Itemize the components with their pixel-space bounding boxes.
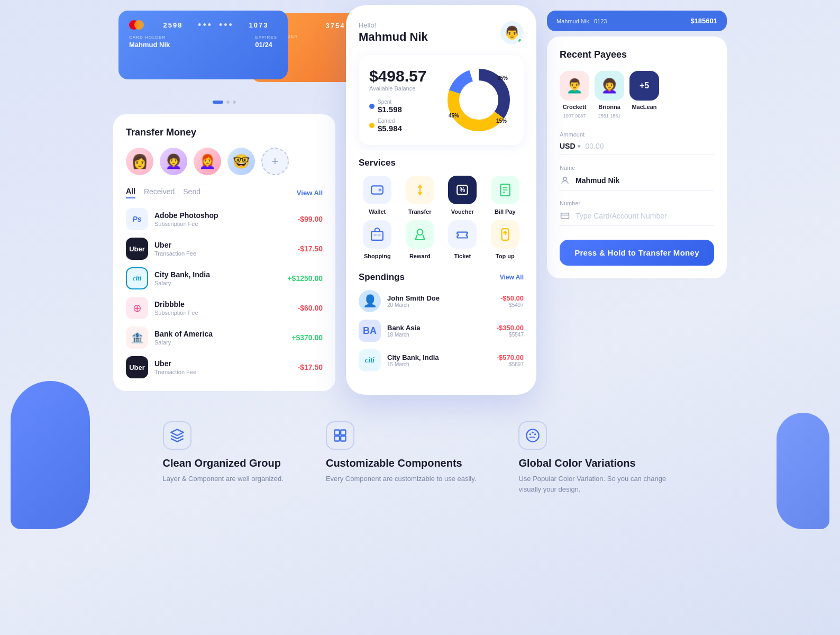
credit-cards-stack: 2598 ••• ••• 1073 CARD HOLDER Mahmud Nik… — [113, 11, 335, 85]
tab-all[interactable]: All — [126, 187, 135, 198]
currency-select[interactable]: USD ▾ — [560, 142, 580, 150]
service-shopping[interactable]: Shopping — [359, 220, 396, 259]
greeting: Hello! — [359, 21, 428, 29]
table-row: 🏦 Bank of America Salary +$370.00 — [126, 326, 323, 349]
service-reward[interactable]: Reward — [401, 220, 439, 259]
spending-secondary: $5497 — [500, 302, 524, 308]
avatar-3[interactable]: 👩‍🦰 — [194, 148, 221, 175]
spending-item-citybank: citi City Bank, India 15 March -$570.00 … — [359, 349, 524, 371]
add-contact-button[interactable]: + — [261, 148, 289, 175]
layers-icon — [170, 428, 185, 443]
spent-value: $1.598 — [378, 105, 402, 114]
table-row: Ps Adobe Photoshop Subscription Fee -$99… — [126, 208, 323, 230]
shopping-icon-box — [363, 220, 391, 249]
chevron-down-icon: ▾ — [578, 143, 580, 149]
voucher-icon: % — [455, 183, 469, 197]
service-wallet[interactable]: Wallet — [359, 176, 396, 215]
snippet-name: Mahmud Nik 0123 — [556, 18, 607, 24]
payee-maclean[interactable]: +5 MacLean — [629, 71, 659, 119]
svg-rect-25 — [334, 436, 339, 441]
spendings-section: Spendings View All 👤 John Smith Doe 20 M… — [359, 272, 524, 371]
left-panel: 2598 ••• ••• 1073 CARD HOLDER Mahmud Nik… — [113, 11, 335, 391]
svg-point-28 — [529, 433, 532, 436]
svg-marker-6 — [417, 192, 422, 196]
right-panel: Mahmud Nik 0123 $185601 Recent Payees 👨‍… — [547, 11, 727, 278]
donut-label-45: 45% — [449, 113, 459, 119]
svg-rect-23 — [334, 430, 339, 435]
spending-info-john: John Smith Doe 20 March — [387, 294, 494, 308]
card-holder-value: Mahmud Nik — [129, 41, 170, 49]
service-topup[interactable]: Top up — [487, 220, 524, 259]
service-billpay[interactable]: Bill Pay — [487, 176, 524, 215]
transfer-icon-box — [406, 176, 434, 204]
cards-row: 2598 ••• ••• 1073 CARD HOLDER Mahmud Nik… — [0, 11, 840, 395]
spendings-view-all[interactable]: View All — [500, 274, 524, 281]
payee-brionna[interactable]: 👩‍🦱 Brionna 2561 1881 — [595, 71, 624, 119]
svg-point-29 — [532, 431, 534, 433]
tab-view-all[interactable]: View All — [297, 189, 323, 197]
avatar-row: 👩 👩‍🦱 👩‍🦰 🤓 + — [126, 148, 323, 175]
svg-point-27 — [527, 429, 539, 441]
spending-amounts-john: -$50.00 $5497 — [500, 294, 524, 308]
palette-icon — [525, 428, 540, 443]
name-field: Name Mahmud Nik — [560, 165, 714, 190]
service-ticket-label: Ticket — [454, 253, 471, 259]
trans-amount: -$17.50 — [298, 363, 323, 371]
billpay-icon-box — [491, 176, 519, 204]
shopping-icon — [370, 228, 384, 241]
trans-amount: -$17.50 — [298, 244, 323, 253]
reward-icon — [413, 228, 427, 241]
feature-desc-color: Use Popular Color Variation. So you can … — [518, 474, 677, 494]
credit-card-blue[interactable]: 2598 ••• ••• 1073 CARD HOLDER Mahmud Nik… — [118, 11, 288, 79]
trans-name: Bank of America — [154, 330, 285, 338]
payee-name-crockett: Crockett — [563, 104, 587, 110]
svg-marker-5 — [417, 184, 422, 188]
tab-send[interactable]: Send — [183, 187, 200, 198]
trans-name: Adobe Photoshop — [154, 211, 291, 220]
trans-info-uber: Uber Transaction Fee — [154, 241, 291, 257]
payees-row: 👨‍🦱 Crockett 1007 9087 👩‍🦱 Brionna 2561 … — [560, 71, 714, 119]
feature-clean: Clean Organized Group Layer & Component … — [163, 421, 284, 494]
trans-info-boa: Bank of America Salary — [154, 330, 285, 346]
number-placeholder: Type Card/Account Number — [576, 212, 714, 220]
service-voucher-label: Voucher — [451, 208, 474, 215]
feature-color: Global Color Variations Use Popular Colo… — [518, 421, 677, 494]
amount-input-row[interactable]: USD ▾ 00.00 — [560, 142, 714, 155]
service-reward-label: Reward — [409, 253, 431, 259]
balance-label: Available Balance — [369, 85, 426, 92]
svg-point-20 — [563, 177, 567, 180]
avatar-2[interactable]: 👩‍🦱 — [160, 148, 187, 175]
transaction-list: Ps Adobe Photoshop Subscription Fee -$99… — [126, 208, 323, 378]
spending-amounts-bankasia: -$350.00 $5547 — [497, 324, 524, 338]
topup-icon-box — [491, 220, 519, 249]
spending-main: -$570.00 — [497, 353, 524, 361]
service-voucher[interactable]: % Voucher — [444, 176, 481, 215]
spending-name: City Bank, India — [387, 353, 490, 361]
service-shopping-label: Shopping — [364, 253, 391, 259]
center-phone: Hello! Mahmud Nik 👨 $498.57 Available Ba… — [346, 5, 536, 395]
service-ticket[interactable]: Ticket — [444, 220, 481, 259]
transfer-button[interactable]: Press & Hold to Transfer Money — [560, 240, 714, 266]
trans-sub: Salary — [154, 339, 285, 346]
mastercard-logo — [129, 19, 148, 31]
ticket-icon-box — [448, 220, 477, 249]
spending-date: 20 March — [387, 302, 494, 308]
tab-received[interactable]: Received — [144, 187, 175, 198]
person-svg — [560, 176, 570, 185]
donut-label-15: 15% — [496, 118, 507, 124]
services-section: Services Wallet — [359, 158, 524, 259]
avatar-1[interactable]: 👩 — [126, 148, 153, 175]
balance-amount: $498.57 — [369, 67, 426, 85]
phone-user-avatar[interactable]: 👨 — [500, 21, 524, 44]
earned-value: $5.984 — [378, 124, 402, 133]
service-topup-label: Top up — [496, 253, 515, 259]
payee-crockett[interactable]: 👨‍🦱 Crockett 1007 9087 — [560, 71, 589, 119]
name-input-row[interactable]: Mahmud Nik — [560, 175, 714, 190]
number-label: Number — [560, 200, 714, 206]
trans-sub: Subscription Fee — [154, 221, 291, 227]
service-transfer[interactable]: Transfer — [401, 176, 439, 215]
number-input-row[interactable]: Type Card/Account Number — [560, 211, 714, 226]
feature-icon-custom — [326, 421, 354, 450]
balance-left: $498.57 Available Balance Spent $1.598 — [369, 67, 426, 133]
avatar-4[interactable]: 🤓 — [227, 148, 255, 175]
